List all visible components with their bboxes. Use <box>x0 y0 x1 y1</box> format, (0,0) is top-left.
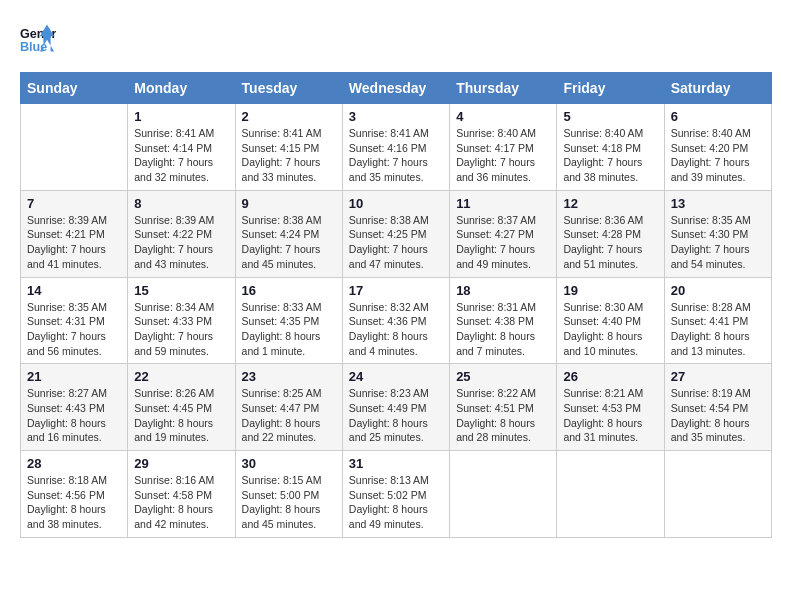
day-cell: 22Sunrise: 8:26 AMSunset: 4:45 PMDayligh… <box>128 364 235 451</box>
day-info: Sunrise: 8:19 AMSunset: 4:54 PMDaylight:… <box>671 386 765 445</box>
day-info: Sunrise: 8:22 AMSunset: 4:51 PMDaylight:… <box>456 386 550 445</box>
day-cell: 10Sunrise: 8:38 AMSunset: 4:25 PMDayligh… <box>342 190 449 277</box>
day-info: Sunrise: 8:28 AMSunset: 4:41 PMDaylight:… <box>671 300 765 359</box>
day-info: Sunrise: 8:39 AMSunset: 4:22 PMDaylight:… <box>134 213 228 272</box>
day-info: Sunrise: 8:40 AMSunset: 4:18 PMDaylight:… <box>563 126 657 185</box>
day-info: Sunrise: 8:15 AMSunset: 5:00 PMDaylight:… <box>242 473 336 532</box>
day-number: 29 <box>134 456 228 471</box>
day-info: Sunrise: 8:35 AMSunset: 4:31 PMDaylight:… <box>27 300 121 359</box>
day-number: 25 <box>456 369 550 384</box>
day-number: 5 <box>563 109 657 124</box>
day-info: Sunrise: 8:40 AMSunset: 4:17 PMDaylight:… <box>456 126 550 185</box>
day-cell: 15Sunrise: 8:34 AMSunset: 4:33 PMDayligh… <box>128 277 235 364</box>
day-cell: 5Sunrise: 8:40 AMSunset: 4:18 PMDaylight… <box>557 104 664 191</box>
day-info: Sunrise: 8:39 AMSunset: 4:21 PMDaylight:… <box>27 213 121 272</box>
day-number: 31 <box>349 456 443 471</box>
day-cell: 3Sunrise: 8:41 AMSunset: 4:16 PMDaylight… <box>342 104 449 191</box>
day-number: 20 <box>671 283 765 298</box>
day-cell: 1Sunrise: 8:41 AMSunset: 4:14 PMDaylight… <box>128 104 235 191</box>
day-info: Sunrise: 8:36 AMSunset: 4:28 PMDaylight:… <box>563 213 657 272</box>
day-number: 16 <box>242 283 336 298</box>
column-header-saturday: Saturday <box>664 73 771 104</box>
day-info: Sunrise: 8:33 AMSunset: 4:35 PMDaylight:… <box>242 300 336 359</box>
day-number: 11 <box>456 196 550 211</box>
day-cell: 8Sunrise: 8:39 AMSunset: 4:22 PMDaylight… <box>128 190 235 277</box>
day-cell: 16Sunrise: 8:33 AMSunset: 4:35 PMDayligh… <box>235 277 342 364</box>
day-cell <box>557 451 664 538</box>
day-info: Sunrise: 8:27 AMSunset: 4:43 PMDaylight:… <box>27 386 121 445</box>
day-number: 10 <box>349 196 443 211</box>
day-info: Sunrise: 8:31 AMSunset: 4:38 PMDaylight:… <box>456 300 550 359</box>
column-header-thursday: Thursday <box>450 73 557 104</box>
day-cell: 19Sunrise: 8:30 AMSunset: 4:40 PMDayligh… <box>557 277 664 364</box>
day-cell <box>21 104 128 191</box>
day-cell <box>450 451 557 538</box>
day-cell: 29Sunrise: 8:16 AMSunset: 4:58 PMDayligh… <box>128 451 235 538</box>
day-number: 1 <box>134 109 228 124</box>
day-info: Sunrise: 8:32 AMSunset: 4:36 PMDaylight:… <box>349 300 443 359</box>
day-number: 6 <box>671 109 765 124</box>
day-number: 17 <box>349 283 443 298</box>
day-cell: 21Sunrise: 8:27 AMSunset: 4:43 PMDayligh… <box>21 364 128 451</box>
day-cell: 14Sunrise: 8:35 AMSunset: 4:31 PMDayligh… <box>21 277 128 364</box>
day-cell: 31Sunrise: 8:13 AMSunset: 5:02 PMDayligh… <box>342 451 449 538</box>
day-cell: 30Sunrise: 8:15 AMSunset: 5:00 PMDayligh… <box>235 451 342 538</box>
day-info: Sunrise: 8:13 AMSunset: 5:02 PMDaylight:… <box>349 473 443 532</box>
day-number: 19 <box>563 283 657 298</box>
day-cell: 24Sunrise: 8:23 AMSunset: 4:49 PMDayligh… <box>342 364 449 451</box>
day-info: Sunrise: 8:34 AMSunset: 4:33 PMDaylight:… <box>134 300 228 359</box>
day-number: 21 <box>27 369 121 384</box>
day-cell: 27Sunrise: 8:19 AMSunset: 4:54 PMDayligh… <box>664 364 771 451</box>
week-row-3: 14Sunrise: 8:35 AMSunset: 4:31 PMDayligh… <box>21 277 772 364</box>
logo: General Blue <box>20 20 56 56</box>
day-info: Sunrise: 8:38 AMSunset: 4:24 PMDaylight:… <box>242 213 336 272</box>
day-number: 24 <box>349 369 443 384</box>
day-info: Sunrise: 8:41 AMSunset: 4:16 PMDaylight:… <box>349 126 443 185</box>
day-cell: 4Sunrise: 8:40 AMSunset: 4:17 PMDaylight… <box>450 104 557 191</box>
day-info: Sunrise: 8:26 AMSunset: 4:45 PMDaylight:… <box>134 386 228 445</box>
day-cell <box>664 451 771 538</box>
week-row-1: 1Sunrise: 8:41 AMSunset: 4:14 PMDaylight… <box>21 104 772 191</box>
day-cell: 18Sunrise: 8:31 AMSunset: 4:38 PMDayligh… <box>450 277 557 364</box>
calendar-header-row: SundayMondayTuesdayWednesdayThursdayFrid… <box>21 73 772 104</box>
day-cell: 26Sunrise: 8:21 AMSunset: 4:53 PMDayligh… <box>557 364 664 451</box>
day-info: Sunrise: 8:41 AMSunset: 4:14 PMDaylight:… <box>134 126 228 185</box>
day-number: 13 <box>671 196 765 211</box>
logo-icon: General Blue <box>20 20 56 56</box>
day-number: 27 <box>671 369 765 384</box>
day-number: 15 <box>134 283 228 298</box>
day-cell: 17Sunrise: 8:32 AMSunset: 4:36 PMDayligh… <box>342 277 449 364</box>
day-info: Sunrise: 8:37 AMSunset: 4:27 PMDaylight:… <box>456 213 550 272</box>
day-info: Sunrise: 8:41 AMSunset: 4:15 PMDaylight:… <box>242 126 336 185</box>
day-number: 30 <box>242 456 336 471</box>
day-info: Sunrise: 8:40 AMSunset: 4:20 PMDaylight:… <box>671 126 765 185</box>
day-number: 26 <box>563 369 657 384</box>
day-cell: 28Sunrise: 8:18 AMSunset: 4:56 PMDayligh… <box>21 451 128 538</box>
day-number: 18 <box>456 283 550 298</box>
day-number: 9 <box>242 196 336 211</box>
day-cell: 13Sunrise: 8:35 AMSunset: 4:30 PMDayligh… <box>664 190 771 277</box>
day-cell: 9Sunrise: 8:38 AMSunset: 4:24 PMDaylight… <box>235 190 342 277</box>
week-row-4: 21Sunrise: 8:27 AMSunset: 4:43 PMDayligh… <box>21 364 772 451</box>
calendar-body: 1Sunrise: 8:41 AMSunset: 4:14 PMDaylight… <box>21 104 772 538</box>
day-info: Sunrise: 8:30 AMSunset: 4:40 PMDaylight:… <box>563 300 657 359</box>
day-cell: 12Sunrise: 8:36 AMSunset: 4:28 PMDayligh… <box>557 190 664 277</box>
page-header: General Blue <box>20 20 772 56</box>
day-number: 28 <box>27 456 121 471</box>
column-header-wednesday: Wednesday <box>342 73 449 104</box>
day-number: 3 <box>349 109 443 124</box>
day-cell: 25Sunrise: 8:22 AMSunset: 4:51 PMDayligh… <box>450 364 557 451</box>
day-cell: 6Sunrise: 8:40 AMSunset: 4:20 PMDaylight… <box>664 104 771 191</box>
day-number: 7 <box>27 196 121 211</box>
day-info: Sunrise: 8:21 AMSunset: 4:53 PMDaylight:… <box>563 386 657 445</box>
day-cell: 2Sunrise: 8:41 AMSunset: 4:15 PMDaylight… <box>235 104 342 191</box>
day-cell: 11Sunrise: 8:37 AMSunset: 4:27 PMDayligh… <box>450 190 557 277</box>
column-header-friday: Friday <box>557 73 664 104</box>
day-info: Sunrise: 8:18 AMSunset: 4:56 PMDaylight:… <box>27 473 121 532</box>
day-cell: 20Sunrise: 8:28 AMSunset: 4:41 PMDayligh… <box>664 277 771 364</box>
calendar-table: SundayMondayTuesdayWednesdayThursdayFrid… <box>20 72 772 538</box>
day-number: 23 <box>242 369 336 384</box>
day-cell: 23Sunrise: 8:25 AMSunset: 4:47 PMDayligh… <box>235 364 342 451</box>
column-header-sunday: Sunday <box>21 73 128 104</box>
day-info: Sunrise: 8:25 AMSunset: 4:47 PMDaylight:… <box>242 386 336 445</box>
